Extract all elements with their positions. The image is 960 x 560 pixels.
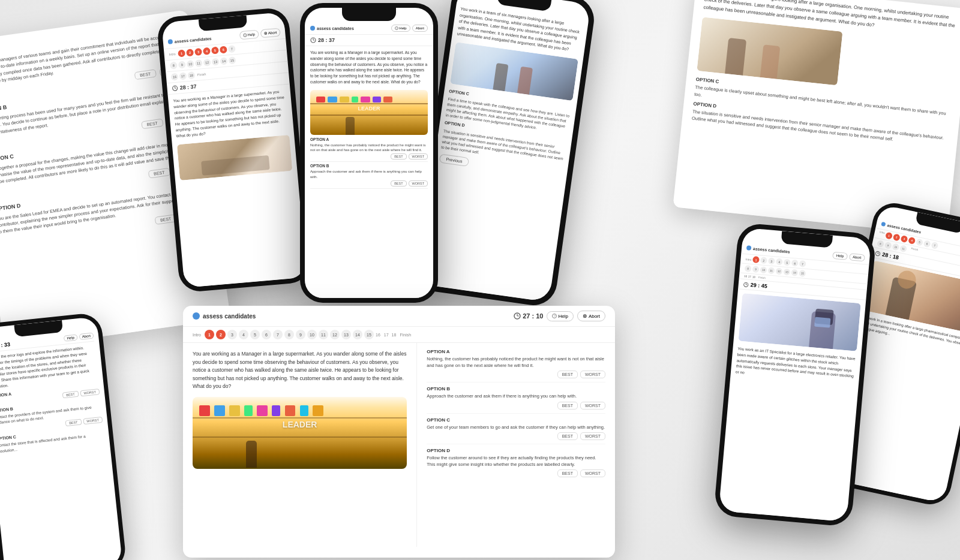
best-b-bl[interactable]: BEST bbox=[65, 419, 82, 427]
nav-num-13-p1[interactable]: 13 bbox=[212, 58, 220, 66]
nav-num-7-p1[interactable]: 7 bbox=[228, 45, 236, 53]
best-a-p2[interactable]: BEST bbox=[391, 153, 406, 159]
timer-icon-fr bbox=[875, 250, 881, 257]
nav-num-1-p1[interactable]: 1 bbox=[178, 50, 185, 58]
nav-num-11-p1[interactable]: 11 bbox=[195, 59, 203, 67]
nav-num-3-p1[interactable]: 3 bbox=[194, 48, 202, 56]
nav-intro-label: Intro bbox=[169, 52, 175, 56]
abort-btn-phone2[interactable]: Abort bbox=[412, 25, 428, 32]
tablet-center-main: assess candidates 27 : 10 ? Help bbox=[183, 306, 615, 558]
help-btn-phone2[interactable]: ? Help bbox=[391, 25, 410, 32]
fr-nav-3[interactable]: 3 bbox=[900, 235, 908, 243]
best-b-p2[interactable]: BEST bbox=[391, 180, 406, 186]
fr-nav-8[interactable]: 8 bbox=[877, 240, 884, 248]
nav-num-17-p1[interactable]: 17 bbox=[179, 72, 187, 80]
phone-center: assess candidates ? Help Abort 28 : bbox=[300, 3, 438, 303]
best-btn-a-back[interactable]: BEST bbox=[134, 69, 157, 80]
nav-num-16-p1[interactable]: 16 bbox=[171, 73, 179, 81]
nav-num-14-p1[interactable]: 14 bbox=[220, 57, 228, 65]
fr-nav-4[interactable]: 4 bbox=[908, 237, 916, 245]
t-nav-2[interactable]: 2 bbox=[216, 330, 226, 339]
opt-a-text-p2: Nothing, the customer has probably notic… bbox=[310, 143, 428, 153]
nav-num-10-p1[interactable]: 10 bbox=[187, 60, 194, 68]
help-btn-bl[interactable]: Help bbox=[64, 334, 77, 341]
rc-nav-13[interactable]: 13 bbox=[783, 269, 790, 276]
fr-nav-1[interactable]: 1 bbox=[885, 232, 893, 240]
rc-nav-4[interactable]: 4 bbox=[776, 258, 783, 266]
best-b-tablet[interactable]: BEST bbox=[557, 402, 578, 410]
fr-nav-11[interactable]: 11 bbox=[899, 245, 907, 252]
help-btn-rc[interactable]: Help bbox=[832, 252, 847, 260]
fr-nav-6[interactable]: 6 bbox=[923, 240, 931, 248]
worst-a-bl[interactable]: WORST bbox=[80, 389, 100, 396]
t-nav-15[interactable]: 15 bbox=[364, 330, 374, 339]
abort-btn-tablet[interactable]: ⊗ Abort bbox=[577, 311, 605, 321]
worst-b-p2[interactable]: WORST bbox=[409, 180, 428, 186]
fr-nav-9[interactable]: 9 bbox=[884, 242, 892, 249]
best-a-tablet[interactable]: BEST bbox=[557, 371, 578, 378]
rc-nav-8[interactable]: 8 bbox=[745, 265, 752, 272]
rc-nav-5[interactable]: 5 bbox=[784, 259, 791, 266]
nav-num-4-p1[interactable]: 4 bbox=[203, 47, 211, 55]
t-nav-3[interactable]: 3 bbox=[227, 330, 237, 339]
nav-num-8-p1[interactable]: 8 bbox=[170, 62, 178, 70]
rc-nav-9[interactable]: 9 bbox=[752, 266, 760, 273]
abort-btn-phone1[interactable]: ⊗ Abort bbox=[260, 28, 280, 38]
t-nav-14[interactable]: 14 bbox=[353, 330, 362, 339]
t-nav-5[interactable]: 5 bbox=[250, 330, 260, 339]
rc-nav-12[interactable]: 12 bbox=[775, 268, 782, 275]
rc-nav-10[interactable]: 10 bbox=[760, 266, 767, 273]
best-btn-b-back[interactable]: BEST bbox=[141, 118, 164, 129]
help-btn-tablet[interactable]: ? Help bbox=[547, 311, 573, 321]
opt-a-label-p2: OPTION A bbox=[310, 137, 428, 141]
rc-nav-7[interactable]: 7 bbox=[799, 260, 806, 267]
help-btn-phone1[interactable]: ? Help bbox=[239, 30, 259, 40]
t-nav-9[interactable]: 9 bbox=[296, 330, 305, 339]
nav-num-18-p1[interactable]: 18 bbox=[187, 71, 195, 79]
t-nav-7[interactable]: 7 bbox=[273, 330, 283, 339]
worst-d-tablet[interactable]: WORST bbox=[580, 469, 605, 477]
abort-btn-bl[interactable]: Abort bbox=[79, 333, 94, 340]
fr-nav-7[interactable]: 7 bbox=[931, 242, 938, 249]
rc-nav-11[interactable]: 11 bbox=[768, 267, 775, 274]
rc-nav-3[interactable]: 3 bbox=[768, 257, 775, 264]
fr-nav-2[interactable]: 2 bbox=[893, 233, 901, 241]
best-c-tablet[interactable]: BEST bbox=[557, 432, 578, 440]
t-nav-4[interactable]: 4 bbox=[239, 330, 248, 339]
fr-nav-5[interactable]: 5 bbox=[916, 239, 923, 246]
t-nav-11[interactable]: 11 bbox=[319, 330, 328, 339]
question-text-p2: You are working as a Manager in a large … bbox=[305, 46, 433, 89]
timer-icon-rc bbox=[743, 281, 749, 287]
rc-nav-6[interactable]: 6 bbox=[791, 260, 799, 267]
app-name-phone1: assess candidates bbox=[175, 36, 212, 43]
fr-nav-10[interactable]: 10 bbox=[892, 243, 899, 251]
t-nav-10[interactable]: 10 bbox=[307, 330, 317, 339]
worst-a-p2[interactable]: WORST bbox=[409, 153, 428, 159]
worst-b-tablet[interactable]: WORST bbox=[580, 402, 605, 410]
rc-nav-15[interactable]: 15 bbox=[799, 270, 806, 277]
t-nav-1[interactable]: 1 bbox=[205, 330, 214, 339]
app-name-phone2: assess candidates bbox=[317, 26, 354, 31]
previous-btn-br[interactable]: Previous bbox=[439, 154, 470, 167]
t-nav-8[interactable]: 8 bbox=[284, 330, 294, 339]
t-nav-6[interactable]: 6 bbox=[262, 330, 271, 339]
nav-num-2-p1[interactable]: 2 bbox=[186, 49, 194, 56]
nav-num-12-p1[interactable]: 12 bbox=[203, 59, 211, 67]
t-nav-13[interactable]: 13 bbox=[341, 330, 351, 339]
rc-nav-1[interactable]: 1 bbox=[752, 256, 760, 263]
nav-num-5-p1[interactable]: 5 bbox=[211, 47, 219, 55]
best-a-bl[interactable]: BEST bbox=[62, 390, 79, 398]
best-btn-c-back[interactable]: BEST bbox=[148, 167, 170, 178]
best-d-tablet[interactable]: BEST bbox=[557, 469, 578, 477]
nav-num-9-p1[interactable]: 9 bbox=[178, 61, 186, 69]
nav-num-15-p1[interactable]: 15 bbox=[228, 56, 236, 64]
worst-b-bl[interactable]: WORST bbox=[83, 417, 103, 424]
nav-num-6-p1[interactable]: 6 bbox=[220, 46, 227, 53]
abort-btn-rc[interactable]: Abort bbox=[849, 253, 865, 261]
worst-a-tablet[interactable]: WORST bbox=[580, 371, 605, 378]
rc-nav-2[interactable]: 2 bbox=[760, 257, 767, 264]
worst-c-tablet[interactable]: WORST bbox=[580, 432, 605, 440]
rc-nav-14[interactable]: 14 bbox=[791, 269, 798, 276]
t-nav-12[interactable]: 12 bbox=[330, 330, 340, 339]
phone-back-right: You work in a team of six managers looki… bbox=[411, 0, 597, 308]
